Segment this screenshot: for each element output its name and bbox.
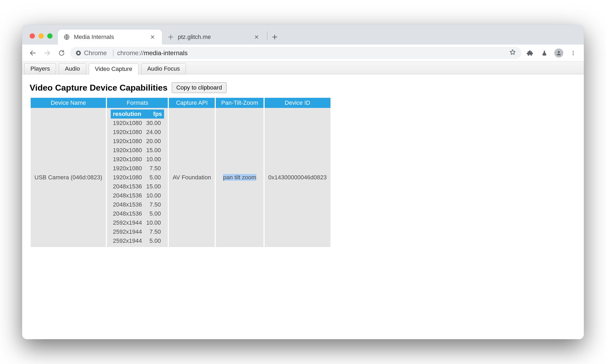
format-fps: 7.50 (144, 227, 164, 236)
origin-label: Chrome (84, 49, 107, 57)
window-controls (25, 33, 58, 45)
internal-tabs: PlayersAudioVideo CaptureAudio Focus (22, 62, 584, 74)
globe-icon (63, 34, 70, 41)
nav-reload-button[interactable] (56, 47, 67, 59)
browser-toolbar: Chrome chrome://media-internals (22, 45, 584, 62)
format-resolution: 2592x1944 (111, 236, 144, 245)
browser-tab-title: Media Internals (74, 34, 146, 41)
window-zoom-button[interactable] (47, 33, 53, 39)
svg-point-11 (77, 52, 79, 54)
fmt-col-fps: fps (144, 110, 164, 119)
subtab-video-capture[interactable]: Video Capture (89, 63, 138, 75)
format-row: 1920x10807.50 (111, 164, 164, 173)
subtab-players[interactable]: Players (24, 63, 56, 74)
format-row: 1920x108010.00 (111, 155, 164, 164)
column-header[interactable]: Device Name (31, 98, 106, 108)
capabilities-table: Device NameFormatsCapture APIPan-Tilt-Zo… (30, 98, 332, 247)
format-fps: 20.00 (144, 137, 164, 146)
format-resolution: 2048x1536 (111, 191, 144, 200)
extensions-icon[interactable] (524, 47, 536, 59)
format-fps: 24.00 (144, 128, 164, 137)
subtab-audio-focus[interactable]: Audio Focus (141, 63, 186, 74)
nav-back-button[interactable] (27, 47, 39, 59)
format-resolution: 1920x1080 (111, 119, 144, 128)
column-header[interactable]: Capture API (169, 98, 215, 108)
format-fps: 30.00 (144, 119, 164, 128)
format-row: 1920x108030.00 (111, 119, 164, 128)
column-header[interactable]: Device ID (265, 98, 330, 108)
svg-point-3 (170, 37, 171, 38)
format-resolution: 2048x1536 (111, 209, 144, 218)
browser-window: Media Internals ptz.glitch.me (22, 25, 584, 339)
browser-tab-ptz-glitch[interactable]: ptz.glitch.me (162, 30, 266, 45)
format-fps: 7.50 (144, 164, 164, 173)
format-row: 1920x108020.00 (111, 137, 164, 146)
format-resolution: 1920x1080 (111, 164, 144, 173)
format-fps: 10.00 (144, 191, 164, 200)
svg-point-15 (573, 54, 574, 55)
format-fps: 15.00 (144, 182, 164, 191)
device-id-cell: 0x14300000046d0823 (265, 108, 330, 247)
window-close-button[interactable] (30, 33, 35, 39)
page-title: Video Capture Device Capabilities (30, 83, 168, 93)
new-tab-button[interactable] (269, 32, 280, 42)
svg-point-14 (573, 52, 574, 54)
subtab-audio[interactable]: Audio (59, 63, 86, 74)
origin-chip: Chrome (75, 49, 113, 57)
format-resolution: 2048x1536 (111, 200, 144, 209)
url-text: chrome://media-internals (117, 49, 188, 57)
svg-point-13 (573, 51, 574, 52)
format-resolution: 1920x1080 (111, 155, 144, 164)
menu-dots-icon[interactable] (567, 47, 579, 59)
format-row: 2592x19445.00 (111, 236, 164, 245)
address-bar[interactable]: Chrome chrome://media-internals (70, 47, 521, 59)
tab-strip: Media Internals ptz.glitch.me (22, 25, 584, 45)
tab-separator (267, 31, 267, 40)
format-resolution: 2592x1944 (111, 227, 144, 236)
ptz-cell: pan tilt zoom (216, 108, 264, 247)
window-minimize-button[interactable] (38, 33, 44, 39)
format-fps: 10.00 (144, 218, 164, 227)
format-resolution: 1920x1080 (111, 128, 144, 137)
tab-close-icon[interactable] (150, 34, 156, 40)
format-row: 2592x194410.00 (111, 218, 164, 227)
copy-to-clipboard-button[interactable]: Copy to clipboard (172, 82, 226, 93)
format-fps: 5.00 (144, 236, 164, 245)
page-content: Video Capture Device Capabilities Copy t… (22, 74, 584, 339)
format-resolution: 1920x1080 (111, 173, 144, 182)
format-row: 1920x108015.00 (111, 146, 164, 155)
nav-forward-button[interactable] (41, 47, 53, 59)
bookmark-star-icon[interactable] (509, 49, 516, 57)
format-resolution: 2592x1944 (111, 218, 144, 227)
move-icon (167, 34, 174, 41)
format-row: 2048x153610.00 (111, 191, 164, 200)
format-row: 2048x15365.00 (111, 209, 164, 218)
chrome-icon (75, 50, 81, 56)
svg-point-12 (558, 51, 560, 53)
tab-close-icon[interactable] (254, 34, 260, 40)
profile-avatar[interactable] (553, 47, 565, 59)
ptz-highlight: pan tilt zoom (223, 174, 256, 181)
formats-cell: resolutionfps1920x108030.001920x108024.0… (107, 108, 168, 247)
format-fps: 15.00 (144, 146, 164, 155)
capture-api-cell: AV Foundation (169, 108, 215, 247)
column-header[interactable]: Pan-Tilt-Zoom (216, 98, 264, 108)
format-row: 2592x19447.50 (111, 227, 164, 236)
labs-icon[interactable] (539, 47, 550, 59)
format-fps: 5.00 (144, 209, 164, 218)
format-fps: 5.00 (144, 173, 164, 182)
format-resolution: 1920x1080 (111, 146, 144, 155)
format-fps: 7.50 (144, 200, 164, 209)
tabs: Media Internals ptz.glitch.me (58, 30, 581, 45)
fmt-col-res: resolution (111, 110, 144, 119)
format-fps: 10.00 (144, 155, 164, 164)
table-row: USB Camera (046d:0823)resolutionfps1920x… (31, 108, 330, 247)
format-row: 1920x10805.00 (111, 173, 164, 182)
format-row: 2048x153615.00 (111, 182, 164, 191)
format-resolution: 2048x1536 (111, 182, 144, 191)
format-row: 1920x108024.00 (111, 128, 164, 137)
browser-tab-title: ptz.glitch.me (178, 34, 250, 41)
browser-tab-media-internals[interactable]: Media Internals (58, 30, 162, 45)
format-row: 2048x15367.50 (111, 200, 164, 209)
column-header[interactable]: Formats (107, 98, 168, 108)
